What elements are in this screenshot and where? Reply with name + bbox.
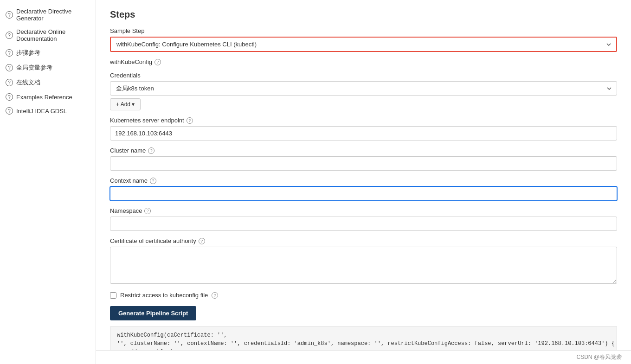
help-icon-step-reference: ? (6, 49, 13, 57)
sidebar-item-global-var-reference[interactable]: ? 全局变量参考 (0, 60, 96, 75)
footer-bar: CSDN @春风觉袭 (96, 350, 631, 364)
help-icon-declarative-generator: ? (6, 11, 13, 19)
sidebar-item-examples-reference[interactable]: ? Examples Reference (0, 90, 96, 104)
sidebar-item-label-declarative-generator: Declarative Directive Generator (16, 8, 90, 22)
restrict-access-label[interactable]: Restrict access to kubeconfig file (120, 292, 208, 299)
k8s-endpoint-field-group: Kubernetes server endpoint ? (110, 117, 617, 140)
sample-step-field-group: Sample Step withKubeConfig: Configure Ku… (110, 27, 617, 52)
sidebar-item-label-global-var-reference: 全局变量参考 (16, 64, 52, 72)
help-icon-online-docs: ? (6, 79, 13, 86)
sidebar-item-label-declarative-docs: Declarative Online Documentation (16, 28, 90, 42)
cert-authority-field-group: Certificate of certificate authority ? (110, 237, 617, 285)
sample-step-label: Sample Step (110, 27, 617, 34)
k8s-endpoint-help-icon[interactable]: ? (187, 117, 193, 124)
add-button[interactable]: + Add ▾ (110, 98, 141, 110)
context-name-help-icon[interactable]: ? (150, 178, 156, 184)
credentials-select[interactable]: 全局k8s token (110, 81, 617, 96)
help-icon-intellij-gdsl: ? (6, 107, 13, 115)
cluster-name-input[interactable] (110, 156, 617, 171)
help-icon-declarative-docs: ? (6, 32, 13, 39)
namespace-label: Namespace ? (110, 207, 617, 214)
sidebar-item-label-examples-reference: Examples Reference (16, 94, 72, 101)
sidebar-item-declarative-docs[interactable]: ? Declarative Online Documentation (0, 25, 96, 45)
withkubeconfig-help-icon[interactable]: ? (155, 59, 161, 65)
footer-text: CSDN @春风觉袭 (576, 353, 622, 361)
sidebar-item-declarative-generator[interactable]: ? Declarative Directive Generator (0, 5, 96, 25)
help-icon-global-var-reference: ? (6, 64, 13, 71)
context-name-label: Context name ? (110, 177, 617, 184)
credentials-label: Credentials (110, 72, 617, 79)
cluster-name-help-icon[interactable]: ? (148, 147, 155, 154)
main-content: Steps Sample Step withKubeConfig: Config… (96, 0, 631, 364)
sidebar-item-online-docs[interactable]: ? 在线文档 (0, 75, 96, 90)
sidebar-item-step-reference[interactable]: ? 步骤参考 (0, 45, 96, 60)
context-name-input[interactable] (110, 186, 617, 201)
sidebar: ? Declarative Directive Generator ? Decl… (0, 0, 96, 364)
restrict-access-help-icon[interactable]: ? (212, 292, 218, 299)
namespace-input[interactable] (110, 217, 617, 231)
sidebar-item-label-step-reference: 步骤参考 (16, 49, 40, 57)
sidebar-item-label-online-docs: 在线文档 (16, 78, 40, 87)
sample-step-select[interactable]: withKubeConfig: Configure Kubernetes CLI… (110, 37, 617, 52)
k8s-endpoint-input[interactable] (110, 126, 617, 140)
restrict-access-checkbox[interactable] (110, 292, 116, 299)
credentials-field-group: Credentials 全局k8s token + Add ▾ (110, 72, 617, 110)
namespace-help-icon[interactable]: ? (144, 208, 151, 214)
cert-authority-textarea[interactable] (110, 247, 617, 284)
restrict-access-row: Restrict access to kubeconfig file ? (110, 292, 617, 299)
cert-authority-label: Certificate of certificate authority ? (110, 237, 617, 244)
generate-pipeline-script-button[interactable]: Generate Pipeline Script (110, 306, 196, 320)
sidebar-item-label-intellij-gdsl: IntelliJ IDEA GDSL (16, 108, 67, 115)
cluster-name-label: Cluster name ? (110, 147, 617, 154)
namespace-field-group: Namespace ? (110, 207, 617, 231)
sidebar-item-intellij-gdsl[interactable]: ? IntelliJ IDEA GDSL (0, 104, 96, 118)
context-name-field-group: Context name ? (110, 177, 617, 201)
withkubeconfig-section-label: withKubeConfig ? (110, 58, 617, 65)
cluster-name-field-group: Cluster name ? (110, 147, 617, 171)
help-icon-examples-reference: ? (6, 93, 13, 101)
cert-authority-help-icon[interactable]: ? (199, 238, 205, 244)
steps-title: Steps (110, 9, 617, 20)
k8s-endpoint-label: Kubernetes server endpoint ? (110, 117, 617, 124)
